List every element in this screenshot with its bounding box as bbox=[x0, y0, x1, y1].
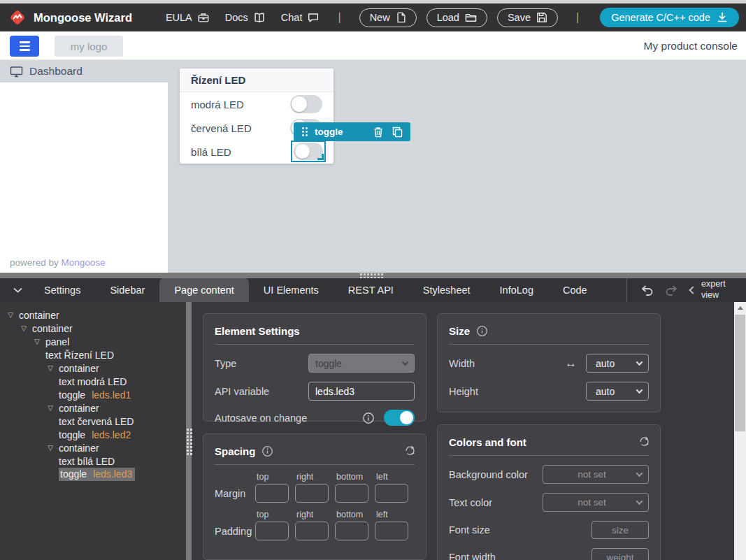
product-header: my logo My product console bbox=[0, 31, 746, 60]
scrollbar[interactable] bbox=[734, 302, 746, 560]
margin-left-input[interactable] bbox=[375, 484, 408, 503]
brand: Mongoose Wizard bbox=[8, 8, 132, 27]
info-icon[interactable] bbox=[476, 325, 488, 337]
autosave-toggle[interactable] bbox=[384, 410, 415, 426]
tree-item-text[interactable]: text modrá LED bbox=[0, 375, 186, 388]
text-color-select[interactable]: not set bbox=[543, 493, 649, 512]
new-button[interactable]: New bbox=[359, 8, 417, 27]
redo-button[interactable] bbox=[659, 285, 683, 296]
selection-toolbar[interactable]: toggle bbox=[294, 122, 410, 141]
tree-item-toggle-selected[interactable]: toggleleds.led3 bbox=[0, 468, 186, 481]
tree-item-container[interactable]: ▽container bbox=[0, 308, 186, 322]
tab-rest-api[interactable]: REST API bbox=[333, 278, 408, 302]
mongoose-logo-icon bbox=[8, 8, 27, 27]
tab-settings[interactable]: Settings bbox=[29, 278, 95, 302]
background-color-select[interactable]: not set bbox=[543, 465, 649, 484]
caret-down-icon[interactable]: ▽ bbox=[32, 338, 42, 345]
chevron-down-icon bbox=[636, 470, 643, 477]
font-width-input[interactable] bbox=[591, 548, 649, 560]
divider bbox=[626, 278, 627, 302]
vertical-splitter[interactable] bbox=[186, 302, 192, 560]
briefcase-icon bbox=[197, 11, 210, 24]
divider bbox=[449, 455, 649, 456]
caret-down-icon[interactable]: ▽ bbox=[45, 364, 55, 372]
collapse-panel-icon[interactable] bbox=[6, 287, 29, 293]
margin-top-input[interactable] bbox=[255, 484, 289, 503]
info-icon[interactable] bbox=[362, 412, 375, 424]
docs-link[interactable]: Docs bbox=[225, 11, 266, 24]
padding-right-input[interactable] bbox=[295, 522, 329, 540]
app-title: Mongoose Wizard bbox=[34, 11, 132, 24]
scrollbar-thumb[interactable] bbox=[735, 315, 745, 431]
sidebar-item-dashboard[interactable]: Dashboard bbox=[0, 60, 746, 82]
powered-by: powered by Mongoose bbox=[10, 257, 106, 268]
tab-stylesheet[interactable]: Stylesheet bbox=[408, 278, 485, 302]
reset-icon[interactable] bbox=[404, 445, 416, 456]
selected-toggle-bila-led[interactable] bbox=[291, 141, 326, 162]
panel-title: Řízení LED bbox=[180, 69, 333, 92]
tab-ui-elements[interactable]: UI Elements bbox=[249, 278, 333, 302]
padding-left-input[interactable] bbox=[375, 522, 408, 540]
margin-right-input[interactable] bbox=[295, 484, 329, 503]
api-variable-input[interactable] bbox=[308, 382, 415, 401]
dashboard-preview: Dashboard powered by Mongoose Řízení LED… bbox=[0, 60, 746, 273]
generate-code-button[interactable]: Generate C/C++ code bbox=[600, 8, 739, 27]
tree-item-text[interactable]: text Řízení LED bbox=[0, 348, 186, 361]
font-size-input[interactable] bbox=[591, 521, 649, 539]
arrows-horizontal-icon: ↔ bbox=[565, 357, 577, 371]
tree-item-container[interactable]: ▽container bbox=[0, 322, 186, 335]
padding-group: Padding top right bottom left bbox=[215, 510, 415, 540]
mongoose-link[interactable]: Mongoose bbox=[62, 257, 106, 268]
caret-down-icon[interactable]: ▽ bbox=[45, 404, 55, 412]
divider bbox=[449, 344, 649, 345]
tree-item-container[interactable]: ▽container bbox=[0, 401, 186, 415]
drag-handle-icon[interactable] bbox=[301, 127, 308, 137]
margin-group: Margin top right bottom left bbox=[215, 472, 415, 503]
tree-item-text[interactable]: text bílá LED bbox=[0, 454, 186, 468]
expert-view-toggle[interactable]: expert view bbox=[701, 279, 740, 301]
caret-down-icon[interactable]: ▽ bbox=[6, 311, 15, 319]
reset-icon[interactable] bbox=[638, 436, 650, 447]
top-nav: EULA Docs Chat | New Load Save bbox=[166, 8, 739, 27]
padding-top-input[interactable] bbox=[255, 522, 289, 540]
size-card: Size Width ↔ auto Height bbox=[437, 313, 661, 412]
caret-down-icon[interactable]: ▽ bbox=[19, 324, 29, 332]
eula-link[interactable]: EULA bbox=[166, 11, 210, 24]
tab-page-content[interactable]: Page content bbox=[159, 278, 248, 302]
tree-item-panel[interactable]: ▽panel bbox=[0, 335, 186, 348]
margin-bottom-input[interactable] bbox=[335, 484, 368, 503]
duplicate-icon[interactable] bbox=[392, 127, 403, 138]
tab-infolog[interactable]: InfoLog bbox=[485, 278, 548, 302]
chevron-down-icon bbox=[636, 498, 643, 505]
undo-button[interactable] bbox=[636, 285, 659, 296]
trash-icon[interactable] bbox=[373, 127, 383, 138]
chat-link[interactable]: Chat bbox=[281, 11, 320, 24]
logo-placeholder[interactable]: my logo bbox=[55, 36, 123, 57]
tree-item-text[interactable]: text červená LED bbox=[0, 415, 186, 428]
load-button[interactable]: Load bbox=[426, 8, 487, 27]
resize-handle[interactable] bbox=[317, 154, 324, 160]
tree-item-toggle[interactable]: toggleleds.led1 bbox=[0, 388, 186, 401]
save-button[interactable]: Save bbox=[497, 8, 558, 27]
padding-bottom-input[interactable] bbox=[335, 522, 368, 540]
info-icon[interactable] bbox=[261, 445, 273, 457]
tab-sidebar[interactable]: Sidebar bbox=[95, 278, 159, 302]
tree-item-container[interactable]: ▽container bbox=[0, 361, 186, 375]
tree-item-container[interactable]: ▽container bbox=[0, 441, 186, 454]
save-floppy-icon bbox=[536, 12, 547, 23]
element-tree: ▽container ▽container ▽panel text Řízení… bbox=[0, 302, 186, 560]
toggle-modra-led[interactable] bbox=[290, 95, 322, 113]
hamburger-menu-button[interactable] bbox=[10, 36, 39, 57]
splitter-grip-icon[interactable] bbox=[360, 273, 383, 278]
height-select[interactable]: auto bbox=[586, 382, 649, 401]
width-select[interactable]: auto bbox=[586, 354, 649, 373]
caret-down-icon[interactable]: ▽ bbox=[45, 444, 55, 452]
type-select[interactable]: toggle bbox=[308, 354, 415, 373]
editor-panel: Settings Sidebar Page content UI Element… bbox=[0, 278, 746, 560]
editor-tab-bar: Settings Sidebar Page content UI Element… bbox=[0, 278, 746, 302]
horizontal-splitter[interactable] bbox=[0, 273, 746, 278]
tree-item-toggle[interactable]: toggleleds.led2 bbox=[0, 428, 186, 441]
tab-code[interactable]: Code bbox=[548, 278, 602, 302]
scroll-up-arrow-icon[interactable] bbox=[734, 302, 746, 313]
chevron-left-icon[interactable] bbox=[689, 286, 696, 294]
